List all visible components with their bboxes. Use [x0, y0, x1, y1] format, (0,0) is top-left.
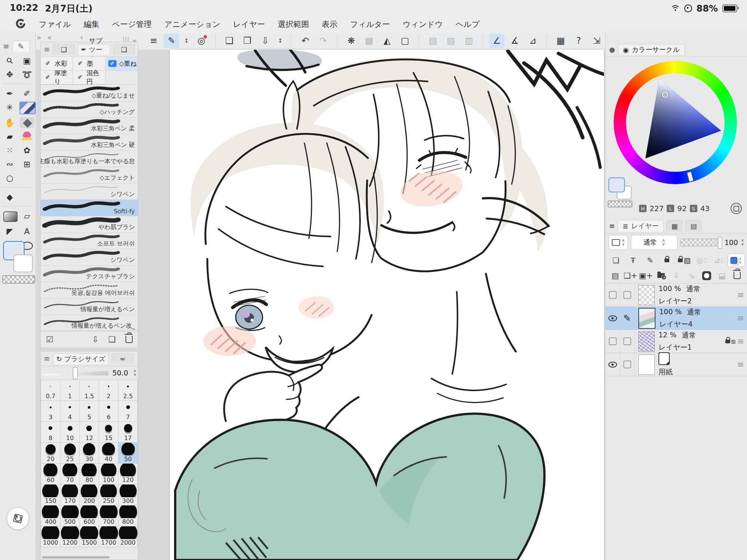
brush-size-cell[interactable]: 10: [61, 422, 80, 443]
color-mode-button[interactable]: [731, 203, 742, 214]
toolbar-button[interactable]: ▦: [553, 34, 568, 48]
subtool-tab[interactable]: ✒ サブツール: [78, 44, 110, 55]
layer-property-button[interactable]: ▨ ∧∨: [676, 254, 693, 267]
brush-size-cell[interactable]: 200: [80, 485, 99, 505]
tool-button[interactable]: ▱: [19, 210, 34, 222]
brush-item[interactable]: 情報量が増えるペン改_: [41, 315, 138, 331]
brush-item[interactable]: 情報量が増えるペン: [41, 298, 138, 315]
clip-studio-logo[interactable]: [15, 19, 26, 30]
subtool-dock-icon[interactable]: ❑: [53, 44, 75, 55]
brush-size-cell[interactable]: 7: [118, 401, 138, 422]
brush-size-cell[interactable]: 30: [80, 443, 99, 464]
tool-button[interactable]: [3, 211, 18, 222]
toolbar-button[interactable]: [291, 34, 291, 47]
layer-action-button[interactable]: ⇘: [685, 269, 698, 282]
toolbar-button[interactable]: ≡: [146, 34, 161, 48]
layer-action-button[interactable]: ⇩: [670, 269, 684, 282]
layer-action-button[interactable]: [654, 269, 668, 282]
opacity-stepper[interactable]: ∧∨: [741, 239, 744, 246]
layer-property-button[interactable]: ◎ ∧∨: [693, 254, 710, 267]
tool-button[interactable]: ✥: [2, 69, 17, 80]
opacity-handle[interactable]: [718, 237, 722, 249]
menu-item[interactable]: フィルター: [350, 19, 390, 30]
panel-back-icon[interactable]: ‹: [80, 33, 83, 42]
toolbar-button[interactable]: ↕: [182, 34, 191, 48]
toolbar-button[interactable]: [546, 34, 547, 47]
brush-size-cell[interactable]: 15: [99, 422, 118, 443]
brush-item[interactable]: 水彩三角ペン 硬: [41, 134, 138, 151]
brush-size-cell[interactable]: 1700: [99, 526, 118, 547]
panel-collapse-icon[interactable]: «: [47, 33, 52, 42]
toolbar-button[interactable]: [337, 34, 337, 47]
brush-size-cell[interactable]: 700: [99, 505, 118, 526]
layer-property-button[interactable]: ✎ ∧∨: [642, 254, 658, 267]
tool-button[interactable]: ✒: [2, 88, 17, 99]
brush-size-menu-icon[interactable]: ≡: [44, 354, 50, 363]
brush-size-cell[interactable]: 1000: [41, 526, 61, 547]
duplicate-subtool-icon[interactable]: ❏: [108, 335, 116, 344]
layer-visibility-toggle[interactable]: [605, 307, 620, 329]
multi-select-icon[interactable]: ☑: [46, 335, 53, 344]
tool-button[interactable]: ✐: [19, 88, 34, 99]
tool-button[interactable]: [2, 187, 31, 188]
tool-button[interactable]: ⊞: [19, 158, 34, 170]
brush-item[interactable]: 水彩三角ペン 柔: [41, 118, 138, 134]
delete-subtool-icon[interactable]: [125, 336, 133, 343]
tab-timeline[interactable]: ▤: [685, 220, 701, 232]
menu-item[interactable]: レイヤー: [233, 19, 265, 30]
layer-property-button[interactable]: ⊿ ∧∨: [710, 254, 727, 267]
subtool-extra-tab-icon[interactable]: ❑: [113, 44, 135, 55]
slider-handle[interactable]: [73, 367, 78, 379]
layer-menu-handle[interactable]: ≡: [737, 290, 744, 300]
brush-size-slider[interactable]: 50.0 ∧∨: [41, 366, 138, 380]
tool-button[interactable]: ◆: [2, 191, 17, 202]
layer-thumbnail[interactable]: [638, 355, 655, 375]
tool-button[interactable]: ➰: [19, 69, 34, 80]
brush-size-cell[interactable]: 1200: [61, 526, 80, 547]
menu-item[interactable]: ヘルプ: [456, 19, 480, 30]
subtool-group-tab[interactable]: ✐ 厚塗り: [41, 71, 73, 84]
brush-size-cell[interactable]: 300: [118, 485, 138, 505]
brush-size-cell[interactable]: 0.7: [41, 380, 61, 401]
layer-action-button[interactable]: [730, 269, 744, 282]
opacity-slider[interactable]: [681, 239, 722, 246]
layer-action-button[interactable]: ▣+: [639, 269, 653, 282]
horizontal-scrollbar[interactable]: [42, 556, 109, 559]
blend-mode-select[interactable]: 通常 ∧∨: [631, 235, 677, 250]
layer-row[interactable]: ✎ 12 % 通常 レイヤー1 ▨ ≡: [605, 330, 747, 353]
layer-row[interactable]: ✎ 100 % 通常 レイヤー2 ▨ ≡: [605, 284, 747, 307]
brush-size-cell[interactable]: 2.5: [118, 380, 138, 401]
color-circle-menu-icon[interactable]: ●: [609, 46, 615, 53]
subtool-group-tab[interactable]: ✐ ◇重ね: [105, 57, 138, 71]
menu-item[interactable]: ウィンドウ: [403, 19, 443, 30]
tool-button[interactable]: ✋: [2, 117, 17, 128]
menu-item[interactable]: アニメーション: [164, 19, 220, 30]
toolbar-button[interactable]: ⇲: [589, 34, 604, 48]
brush-size-cell[interactable]: 5: [80, 401, 99, 422]
canvas[interactable]: [170, 50, 604, 560]
brush-item[interactable]: ◇ハッチング: [41, 101, 138, 118]
brush-size-cell[interactable]: 250: [99, 485, 118, 505]
menu-item[interactable]: ページ管理: [112, 19, 152, 30]
brush-size-cell[interactable]: 3: [41, 401, 61, 422]
brush-size-cell[interactable]: 2000: [118, 526, 138, 547]
layer-thumbnail[interactable]: [638, 285, 655, 305]
brush-size-cell[interactable]: 70: [61, 464, 80, 485]
pen-tab-icon[interactable]: ✎: [12, 41, 30, 52]
brush-size-cell[interactable]: 2: [99, 380, 118, 401]
brush-size-cell[interactable]: 60: [41, 464, 61, 485]
toolbar-button[interactable]: ↷: [315, 34, 331, 48]
import-subtool-icon[interactable]: ⇩: [92, 335, 99, 344]
menu-item[interactable]: 編集: [84, 19, 99, 30]
layer-property-button[interactable]: ❏ ∧∨: [608, 254, 624, 267]
brush-item[interactable]: シワペン: [41, 183, 138, 200]
subtool-menu-icon[interactable]: ≡: [44, 45, 50, 54]
tool-button[interactable]: ▰: [2, 131, 17, 142]
brush-size-cell[interactable]: 1: [61, 380, 80, 401]
toolbar-button[interactable]: ▧: [425, 34, 441, 48]
brush-size-cell[interactable]: 25: [61, 443, 80, 464]
brush-item[interactable]: ◇重ね/なじませ: [41, 85, 138, 101]
slider-tab-icon[interactable]: ≈: [112, 353, 133, 364]
brush-size-stepper[interactable]: ∧∨: [133, 369, 136, 377]
brush-size-cell[interactable]: 6: [99, 401, 118, 422]
